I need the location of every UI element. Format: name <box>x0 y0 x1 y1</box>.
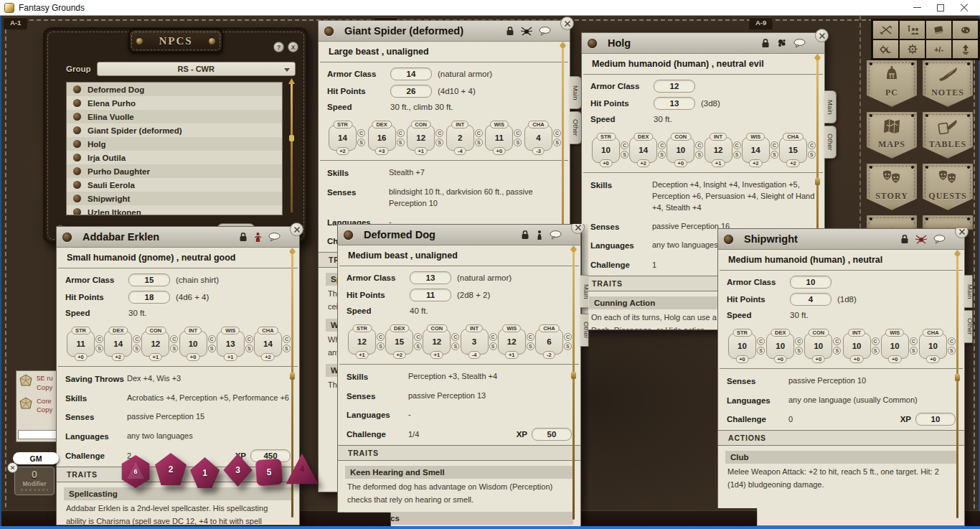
ability-score-box[interactable]: WIS 14 +2 <box>742 137 770 163</box>
sidebar-button-partial[interactable] <box>923 215 973 230</box>
chat-window[interactable]: 5E ruCopy CoreCopy <box>16 370 60 442</box>
check-roll-button[interactable]: C <box>833 337 841 345</box>
check-roll-button[interactable]: C <box>564 333 572 341</box>
save-roll-button[interactable]: S <box>414 342 422 350</box>
ability-score-box[interactable]: CHA 14 +2 <box>254 331 282 357</box>
save-roll-button[interactable]: S <box>658 151 666 159</box>
creature-token-icon[interactable] <box>776 38 787 48</box>
hit-points-value[interactable]: 11 <box>410 289 451 301</box>
save-roll-button[interactable]: S <box>475 139 483 146</box>
lock-icon[interactable] <box>521 230 529 240</box>
npc-link-icon[interactable] <box>73 99 81 107</box>
ability-score-box[interactable]: WIS 12 +1 <box>498 329 526 355</box>
save-roll-button[interactable]: S <box>283 345 291 352</box>
check-roll-button[interactable]: C <box>489 333 497 341</box>
ability-score-box[interactable]: STR 11 +0 <box>67 331 95 357</box>
check-roll-button[interactable]: C <box>695 141 703 149</box>
close-icon[interactable] <box>815 29 829 42</box>
check-roll-button[interactable]: C <box>451 333 459 341</box>
party-sheet-button[interactable] <box>900 21 925 39</box>
ability-score-box[interactable]: INT 10 +0 <box>843 333 871 359</box>
check-roll-button[interactable]: C <box>733 141 741 149</box>
check-roll-button[interactable]: C <box>658 141 666 149</box>
check-roll-button[interactable]: C <box>95 335 103 343</box>
save-roll-button[interactable]: S <box>771 151 778 159</box>
save-roll-button[interactable]: S <box>757 347 765 355</box>
save-roll-button[interactable]: S <box>808 151 816 159</box>
ability-score-box[interactable]: CON 10 +0 <box>804 333 832 359</box>
check-roll-button[interactable]: C <box>948 337 956 345</box>
ability-score-box[interactable]: STR 14 +2 <box>329 125 357 151</box>
save-roll-button[interactable]: S <box>95 345 103 352</box>
tab-main[interactable]: Main <box>570 76 582 109</box>
modifier-reset-icon[interactable]: ✕ <box>7 462 18 473</box>
check-roll-button[interactable]: C <box>397 129 405 137</box>
hit-points-value[interactable]: 18 <box>128 291 170 304</box>
npc-list-item[interactable]: Elina Vuolle <box>67 110 282 123</box>
creature-token-icon[interactable] <box>915 235 927 244</box>
os-titlebar[interactable]: Fantasy Grounds <box>0 0 980 16</box>
check-roll-button[interactable]: C <box>872 337 880 345</box>
ability-score-box[interactable]: INT 3 -4 <box>461 329 489 355</box>
save-roll-button[interactable]: S <box>527 342 534 350</box>
armor-class-value[interactable]: 13 <box>410 271 451 284</box>
die-d4[interactable]: 4 <box>285 452 319 485</box>
options-gear-button[interactable] <box>900 40 925 58</box>
check-roll-button[interactable]: C <box>514 129 522 137</box>
save-roll-button[interactable]: S <box>489 342 497 350</box>
ability-score-box[interactable]: WIS 10 +0 <box>881 333 909 359</box>
check-roll-button[interactable]: C <box>621 141 628 149</box>
hit-points-value[interactable]: 26 <box>390 85 432 98</box>
ability-score-box[interactable]: DEX 10 +0 <box>766 333 794 359</box>
check-roll-button[interactable]: C <box>283 335 291 343</box>
characters-button[interactable] <box>953 40 978 58</box>
check-roll-button[interactable]: C <box>245 335 253 343</box>
ability-score-box[interactable]: DEX 14 +2 <box>104 331 132 357</box>
npc-link-icon[interactable] <box>73 113 81 121</box>
save-roll-button[interactable]: S <box>795 347 803 355</box>
npc-link-icon[interactable] <box>73 126 81 134</box>
tab-other[interactable]: Other <box>824 126 837 159</box>
modifiers-button[interactable]: +/- <box>926 40 951 58</box>
die-d12[interactable]: 2 <box>154 453 187 486</box>
npc-link-icon[interactable] <box>73 140 81 148</box>
save-roll-button[interactable]: S <box>695 151 703 159</box>
ability-score-box[interactable]: CON 12 +1 <box>141 331 169 357</box>
save-roll-button[interactable]: S <box>564 342 572 350</box>
tab-main[interactable]: Main <box>824 90 837 123</box>
die-d20[interactable]: 6 <box>121 455 151 488</box>
check-roll-button[interactable]: C <box>757 337 765 345</box>
die-d6[interactable]: 5 <box>256 459 282 485</box>
npc-list-item[interactable]: Elena Purho <box>67 96 282 110</box>
check-roll-button[interactable]: C <box>808 141 816 149</box>
chat-bubble-icon[interactable] <box>550 230 562 240</box>
save-roll-button[interactable]: S <box>833 347 841 355</box>
save-roll-button[interactable]: S <box>514 139 522 146</box>
scrollbar[interactable] <box>956 256 958 518</box>
window-menu-orb[interactable] <box>62 233 72 242</box>
npc-link-icon[interactable] <box>73 195 81 202</box>
lock-icon[interactable] <box>506 26 514 36</box>
npc-list-item[interactable]: Uzlen Itkonen <box>67 205 282 215</box>
sidebar-button-tables[interactable]: TABLES <box>923 112 973 159</box>
sidebar-button-quests[interactable]: QUESTS <box>923 164 973 211</box>
ability-score-box[interactable]: WIS 13 +1 <box>217 331 245 357</box>
npc-list-item[interactable]: Deformed Dog <box>67 83 282 96</box>
npc-list-item[interactable]: Giant Spider (deformed) <box>67 123 282 137</box>
chat-bubble-icon[interactable] <box>933 235 946 244</box>
armor-class-value[interactable]: 12 <box>654 80 695 93</box>
sidebar-button-maps[interactable]: MAPS <box>867 112 917 159</box>
gm-identity-label[interactable]: GM <box>13 452 59 464</box>
npc-list-item[interactable]: Purho Daughter <box>67 164 282 178</box>
check-roll-button[interactable]: C <box>527 333 534 341</box>
ability-score-box[interactable]: CON 10 +0 <box>666 137 694 163</box>
sidebar-button-partial[interactable] <box>867 215 917 230</box>
hit-points-value[interactable]: 4 <box>790 293 831 306</box>
creature-token-icon[interactable] <box>254 232 262 243</box>
window-menu-orb[interactable] <box>324 27 334 36</box>
save-roll-button[interactable]: S <box>397 139 405 146</box>
chat-bubble-icon[interactable] <box>539 27 551 36</box>
check-roll-button[interactable]: C <box>553 129 561 137</box>
chat-input[interactable] <box>18 430 60 439</box>
ability-score-box[interactable]: STR 10 +0 <box>592 137 620 163</box>
